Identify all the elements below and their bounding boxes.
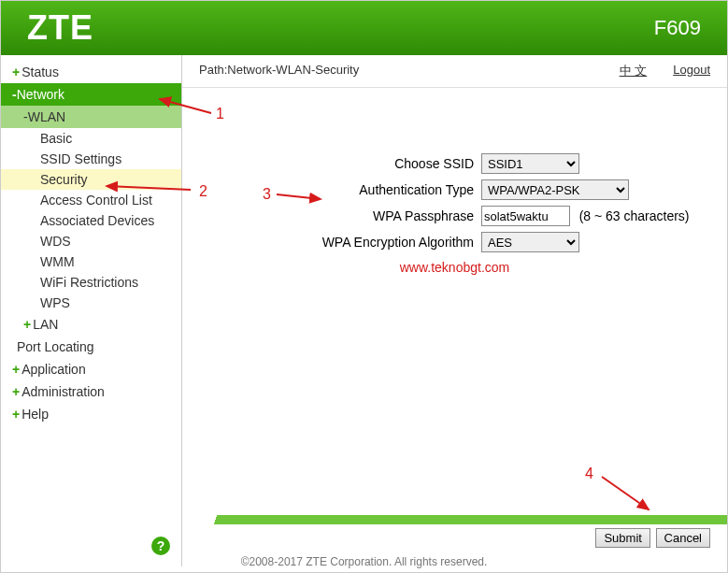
brand-logo: ZTE (27, 8, 93, 48)
sidebar-item-status[interactable]: +Status (1, 61, 181, 83)
model-label: F609 (654, 16, 701, 40)
header-bar: ZTE F609 (1, 1, 727, 55)
content-area: Path:Network-WLAN-Security 中 文 Logout Ch… (182, 55, 727, 566)
select-auth-type[interactable]: WPA/WPA2-PSK (481, 179, 629, 200)
help-icon[interactable]: ? (151, 537, 170, 555)
sidebar-item-security[interactable]: Security (1, 169, 181, 190)
language-link[interactable]: 中 文 (620, 63, 648, 79)
sidebar-item-wlan[interactable]: -WLAN (1, 106, 181, 128)
label-wpa-passphrase: WPA Passphrase (182, 208, 481, 223)
sidebar-item-help[interactable]: +Help (1, 403, 181, 425)
breadcrumb: Path:Network-WLAN-Security (199, 63, 359, 79)
input-wpa-passphrase[interactable] (481, 206, 570, 226)
sidebar-item-administration[interactable]: +Administration (1, 380, 181, 403)
footer-copyright: ©2008-2017 ZTE Corporation. All rights r… (1, 555, 727, 568)
select-ssid[interactable]: SSID1 (481, 153, 579, 174)
sidebar-item-wmm[interactable]: WMM (1, 251, 181, 272)
sidebar-item-basic[interactable]: Basic (1, 128, 181, 149)
accent-stripe (182, 515, 727, 524)
label-auth-type: Authentication Type (182, 182, 481, 197)
sidebar: +Status -Network -WLAN Basic SSID Settin… (1, 55, 182, 566)
passphrase-hint: (8 ~ 63 characters) (579, 208, 690, 223)
label-choose-ssid: Choose SSID (182, 156, 481, 171)
sidebar-item-lan[interactable]: +LAN (1, 313, 181, 336)
sidebar-item-application[interactable]: +Application (1, 358, 181, 380)
sidebar-item-wps[interactable]: WPS (1, 293, 181, 313)
sidebar-item-associated[interactable]: Associated Devices (1, 210, 181, 231)
sidebar-item-wds[interactable]: WDS (1, 231, 181, 251)
watermark-text: www.teknobgt.com (182, 260, 727, 275)
label-wpa-encryption: WPA Encryption Algorithm (182, 235, 481, 250)
select-wpa-encryption[interactable]: AES (481, 232, 579, 252)
logout-link[interactable]: Logout (673, 63, 710, 79)
sidebar-item-network[interactable]: -Network (1, 83, 181, 106)
sidebar-item-restrictions[interactable]: WiFi Restrictions (1, 272, 181, 293)
submit-button[interactable]: Submit (595, 528, 649, 548)
cancel-button[interactable]: Cancel (656, 528, 710, 548)
sidebar-item-ssid-settings[interactable]: SSID Settings (1, 149, 181, 169)
sidebar-item-acl[interactable]: Access Control List (1, 190, 181, 210)
sidebar-item-port-locating[interactable]: Port Locating (1, 336, 181, 358)
